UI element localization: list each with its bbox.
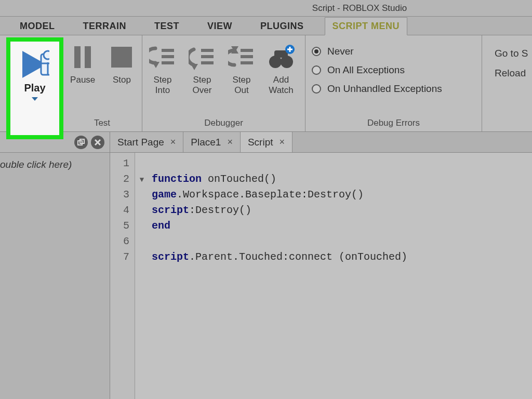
- step-over-label: Step Over: [193, 75, 212, 95]
- step-into-button[interactable]: Step Into: [145, 41, 180, 95]
- highlight-play: Play: [6, 37, 63, 139]
- radio-unhandled-exceptions[interactable]: On Unhandled Exceptions: [312, 83, 442, 95]
- ribbon-group-debug-errors: Never On All Exceptions On Unhandled Exc…: [305, 35, 482, 131]
- step-out-label: Step Out: [233, 75, 251, 95]
- menu-tab-plugins[interactable]: PLUGINS: [253, 18, 311, 35]
- ribbon-group-debugger-label: Debugger: [145, 116, 302, 131]
- svg-rect-2: [111, 47, 132, 68]
- document-tabs: Start Page×Place1×Script×: [110, 132, 532, 153]
- step-into-icon: [148, 43, 177, 72]
- svg-point-24: [44, 51, 49, 59]
- window-title: Script - ROBLOX Studio: [312, 3, 407, 14]
- radio-dot-icon: [312, 65, 321, 75]
- stop-button[interactable]: Stop: [105, 41, 139, 85]
- doc-tab-label: Start Page: [117, 137, 164, 148]
- side-panel: ouble click here): [0, 132, 110, 399]
- close-icon[interactable]: ×: [227, 137, 233, 148]
- step-into-label: Step Into: [154, 75, 172, 95]
- menu-tab-view[interactable]: VIEW: [200, 18, 240, 35]
- ribbon-group-errors-label: Debug Errors: [309, 116, 478, 131]
- svg-rect-0: [74, 46, 81, 68]
- svg-marker-7: [191, 64, 198, 70]
- title-bar: Script - ROBLOX Studio: [0, 0, 532, 17]
- menu-tab-model[interactable]: MODEL: [12, 18, 62, 35]
- pause-icon: [68, 43, 97, 72]
- add-watch-label: Add Watch: [269, 75, 294, 95]
- code-fold-column[interactable]: ▼: [135, 153, 149, 399]
- code-line[interactable]: [152, 156, 407, 171]
- code-line[interactable]: game.Workspace.Baseplate:Destroy(): [152, 187, 407, 203]
- radio-all-label: On All Exceptions: [327, 64, 405, 76]
- duplicate-panel-button[interactable]: [74, 136, 88, 149]
- svg-rect-1: [85, 46, 91, 68]
- step-over-button[interactable]: Step Over: [185, 41, 219, 95]
- pause-label: Pause: [70, 75, 95, 85]
- radio-all-exceptions[interactable]: On All Exceptions: [312, 64, 442, 76]
- code-line[interactable]: end: [152, 218, 407, 234]
- play-label: Play: [24, 82, 45, 94]
- debug-errors-radios: Never On All Exceptions On Unhandled Exc…: [309, 41, 444, 95]
- code-line[interactable]: script:Destroy(): [152, 203, 407, 218]
- line-number-gutter: 1234567: [110, 153, 135, 399]
- menu-tab-test[interactable]: TEST: [147, 18, 187, 35]
- doc-tab-start-page[interactable]: Start Page×: [110, 132, 183, 152]
- reload-button[interactable]: Reload: [495, 68, 529, 79]
- menu-tab-terrain[interactable]: TERRAIN: [76, 18, 134, 35]
- code-editor[interactable]: 1234567 ▼ function onTouched()game.Works…: [110, 153, 532, 399]
- close-icon[interactable]: ×: [170, 137, 176, 148]
- stop-icon: [107, 43, 136, 72]
- code-content[interactable]: function onTouched()game.Workspace.Basep…: [149, 153, 407, 399]
- doc-tab-place1[interactable]: Place1×: [183, 132, 241, 152]
- add-watch-button[interactable]: Add Watch: [264, 41, 298, 95]
- radio-never[interactable]: Never: [312, 46, 442, 57]
- ribbon-group-debugger: Step Into Step Over: [142, 35, 305, 131]
- binoculars-plus-icon: [267, 43, 296, 72]
- pause-button[interactable]: Pause: [66, 41, 100, 85]
- stop-label: Stop: [113, 75, 131, 85]
- svg-marker-3: [152, 62, 159, 68]
- step-over-icon: [188, 43, 217, 72]
- step-out-button[interactable]: Step Out: [224, 41, 259, 95]
- editor-area: Start Page×Place1×Script× 1234567 ▼ func…: [110, 132, 532, 399]
- code-line[interactable]: [152, 234, 407, 249]
- workspace: ouble click here) Start Page×Place1×Scri…: [0, 132, 532, 399]
- chevron-down-icon[interactable]: [32, 97, 38, 101]
- menu-tab-script-menu[interactable]: SCRIPT MENU: [325, 17, 408, 35]
- radio-never-label: Never: [327, 46, 354, 57]
- step-out-icon: [227, 43, 256, 72]
- play-button[interactable]: Play: [11, 48, 58, 101]
- code-line[interactable]: function onTouched(): [152, 171, 407, 187]
- play-character-icon: [20, 50, 49, 79]
- goto-button[interactable]: Go to S: [495, 48, 529, 59]
- radio-dot-icon: [312, 84, 321, 94]
- close-icon[interactable]: ×: [280, 137, 285, 148]
- menu-tabs: MODELTERRAINTESTVIEWPLUGINSSCRIPT MENU: [0, 17, 532, 35]
- doc-tab-label: Place1: [191, 137, 221, 148]
- ribbon: Pause Stop Test: [0, 35, 532, 132]
- close-panel-button[interactable]: [91, 136, 104, 149]
- doc-tab-label: Script: [248, 137, 273, 148]
- side-hint-text: ouble click here): [0, 153, 110, 170]
- doc-tab-script[interactable]: Script×: [241, 132, 292, 152]
- radio-unhandled-label: On Unhandled Exceptions: [327, 83, 442, 95]
- code-line[interactable]: script.Parent.Touched:connect (onTouched…: [152, 249, 407, 265]
- radio-dot-icon: [312, 47, 321, 56]
- ribbon-group-actions: Go to S Reload: [482, 35, 532, 131]
